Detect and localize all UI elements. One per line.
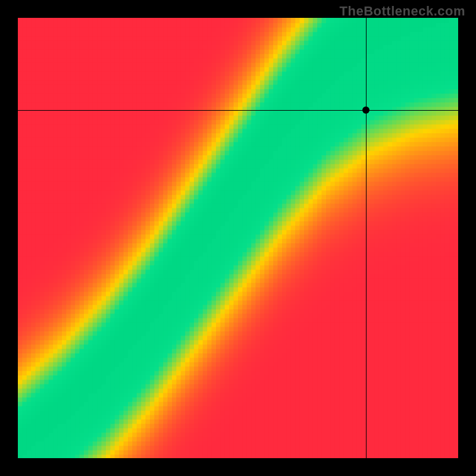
plot-area [18,18,458,458]
heatmap-canvas [18,18,458,458]
chart-frame: TheBottleneck.com [0,0,476,476]
watermark-text: TheBottleneck.com [340,4,465,19]
